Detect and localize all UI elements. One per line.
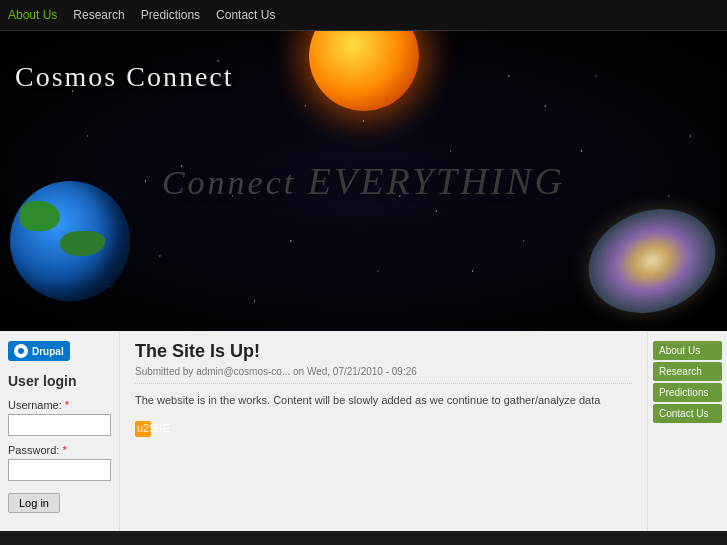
- password-required: *: [62, 444, 66, 456]
- tagline-connect: Connect: [162, 164, 308, 201]
- left-sidebar: Drupal User login Username: * Password: …: [0, 331, 120, 531]
- drupal-icon: [14, 344, 28, 358]
- nav-item-about-us[interactable]: About Us: [8, 6, 65, 24]
- top-navigation: About UsResearchPredictionsContact Us: [0, 0, 727, 31]
- article-meta: Submitted by admin@cosmos-co... on Wed, …: [135, 366, 632, 384]
- username-input[interactable]: [8, 414, 111, 436]
- site-title: Cosmos Connect: [15, 61, 234, 93]
- password-label: Password: *: [8, 444, 111, 456]
- drupal-badge[interactable]: Drupal: [8, 341, 70, 361]
- drupal-badge-label: Drupal: [32, 346, 64, 357]
- right-nav-item-contact-us[interactable]: Contact Us: [653, 404, 722, 423]
- right-nav-item-about-us[interactable]: About Us: [653, 341, 722, 360]
- hero-tagline: Connect EVERYTHING: [162, 159, 565, 203]
- login-button[interactable]: Log in: [8, 493, 60, 513]
- right-nav-item-research[interactable]: Research: [653, 362, 722, 381]
- main-content-area: Drupal User login Username: * Password: …: [0, 331, 727, 531]
- hero-banner: Cosmos Connect Connect EVERYTHING: [0, 31, 727, 331]
- nav-item-predictions[interactable]: Predictions: [133, 6, 208, 24]
- article-title: The Site Is Up!: [135, 341, 632, 362]
- nav-item-research[interactable]: Research: [65, 6, 132, 24]
- user-login-heading: User login: [8, 373, 111, 389]
- nav-item-contact-us[interactable]: Contact Us: [208, 6, 283, 24]
- password-input[interactable]: [8, 459, 111, 481]
- earth-image: [10, 181, 130, 301]
- rss-icon[interactable]: [135, 421, 151, 437]
- username-label: Username: *: [8, 399, 111, 411]
- right-nav-item-predictions[interactable]: Predictions: [653, 383, 722, 402]
- center-content: The Site Is Up! Submitted by admin@cosmo…: [120, 331, 647, 531]
- article-body: The website is in the works. Content wil…: [135, 392, 632, 409]
- right-sidebar: About UsResearchPredictionsContact Us: [647, 331, 727, 531]
- username-required: *: [65, 399, 69, 411]
- tagline-everything: EVERYTHING: [308, 160, 565, 202]
